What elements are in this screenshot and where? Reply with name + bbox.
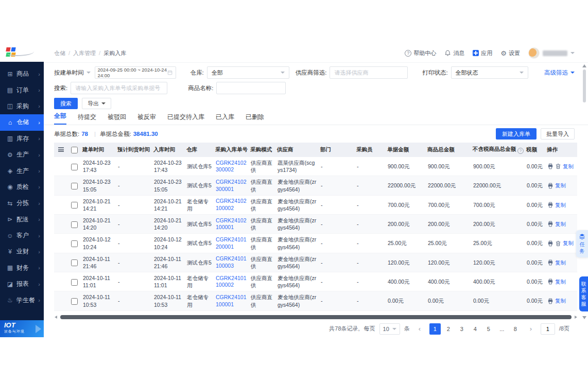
export-button[interactable]: 导出 (82, 98, 111, 109)
search-button[interactable]: 搜索 (54, 98, 78, 109)
user-menu[interactable] (528, 47, 575, 59)
sidebar-item[interactable]: ☺ 客户 › (0, 228, 44, 244)
status-tab[interactable]: 已入库 (216, 113, 234, 125)
status-tab[interactable]: 待提交 (78, 113, 96, 125)
row-checkbox[interactable] (71, 259, 78, 266)
row-checkbox[interactable] (71, 164, 78, 170)
sidebar-item[interactable]: ◈ 生产 › (0, 163, 44, 179)
apps-button[interactable]: 应用 (473, 49, 492, 57)
print-icon[interactable] (547, 279, 554, 285)
order-no-link[interactable]: CGRK24101100003 (216, 255, 247, 269)
scroll-right-icon[interactable] (575, 316, 577, 319)
copy-link[interactable]: 复制 (555, 220, 566, 228)
copy-link[interactable]: 复制 (555, 201, 566, 209)
col-dept: 部门 (319, 143, 355, 157)
status-tab[interactable]: 已删除 (246, 113, 264, 125)
page-button[interactable]: 3 (456, 323, 468, 335)
copy-link[interactable]: 复制 (563, 163, 574, 170)
print-icon[interactable] (547, 259, 554, 266)
sidebar-item[interactable]: ▤ 订单 › (0, 82, 44, 98)
sidebar-item[interactable]: ♨ 学生餐 › (0, 292, 44, 308)
copy-link[interactable]: 复制 (563, 239, 574, 247)
print-icon[interactable] (547, 163, 554, 169)
sidebar-item[interactable]: ⊳ 配送 › (0, 212, 44, 228)
print-icon[interactable] (547, 221, 554, 227)
date-range-picker[interactable]: 2024-09-25 00:00 ~ 2024-10-24 24:00 (95, 66, 176, 79)
vertical-scrollbar-thumb[interactable] (583, 70, 586, 102)
new-inbound-button[interactable]: 新建入库单 (496, 128, 537, 140)
page-button[interactable]: 5 (483, 323, 494, 335)
row-checkbox[interactable] (71, 183, 78, 189)
breadcrumb-item[interactable]: 采购入库 (103, 49, 126, 57)
print-icon[interactable] (547, 298, 554, 304)
info-icon[interactable]: ? (517, 148, 524, 154)
sidebar-item[interactable]: ▥ 库存 › (0, 131, 44, 147)
status-tab[interactable]: 全部 (54, 112, 66, 125)
order-no-link[interactable]: CGRK24101000005 (216, 313, 247, 314)
breadcrumb-item[interactable]: 仓储 (54, 49, 65, 57)
sidebar-item[interactable]: ▦ 财务 › (0, 260, 44, 276)
sidebar-item[interactable]: ¥ 业财 › (0, 244, 44, 259)
status-tab[interactable]: 被反审 (137, 113, 156, 125)
sidebar-item[interactable]: ⇆ 分拣 › (0, 195, 44, 211)
sidebar-item[interactable]: ◫ 采购 › (0, 98, 44, 114)
print-icon[interactable] (547, 202, 554, 208)
delete-icon[interactable] (555, 240, 561, 247)
delete-icon[interactable] (555, 163, 561, 169)
settings-button[interactable]: ⚙ 设置 (500, 49, 520, 57)
status-tab[interactable]: 已提交待入库 (167, 113, 204, 125)
page-button[interactable]: 2 (443, 323, 454, 335)
status-tab[interactable]: 被驳回 (108, 113, 126, 125)
page-button[interactable]: 1 (429, 323, 441, 335)
sidebar-item[interactable]: ⊞ 商品 › (0, 66, 44, 82)
copy-link[interactable]: 复制 (555, 259, 566, 266)
date-type-select[interactable]: 按建单时间 (54, 69, 91, 77)
batch-import-button[interactable]: 批量导入 (541, 128, 575, 140)
scroll-down-icon[interactable] (582, 316, 586, 319)
order-no-link[interactable]: CGRK24101200001 (216, 236, 247, 250)
next-page-button[interactable]: › (525, 323, 537, 335)
sidebar-item[interactable]: ◪ 报表 › (0, 276, 44, 292)
page-button[interactable]: ... (496, 323, 508, 335)
product-name-input[interactable] (216, 82, 286, 94)
row-checkbox[interactable] (71, 221, 78, 228)
breadcrumb-item[interactable]: 入库管理 (73, 49, 96, 57)
supplier-filter-input[interactable] (330, 66, 408, 79)
sidebar-item[interactable]: ◉ 质检 › (0, 179, 44, 195)
copy-link[interactable]: 复制 (555, 182, 566, 189)
sidebar-item[interactable]: ⌂ 仓储 › (0, 114, 44, 130)
print-status-select[interactable]: 全部状态 (451, 66, 528, 79)
rows-icon[interactable] (58, 147, 64, 152)
copy-link[interactable]: 复制 (555, 297, 566, 304)
page-button[interactable]: 4 (470, 323, 481, 335)
search-input[interactable] (71, 82, 167, 94)
advanced-filter-button[interactable]: 高级筛选 (544, 69, 575, 77)
page-jump-input[interactable] (541, 323, 555, 335)
scroll-up-icon[interactable] (582, 64, 586, 67)
order-no-link[interactable]: CGRK24102100001 (216, 217, 247, 231)
scroll-left-icon[interactable] (55, 316, 57, 319)
copy-link[interactable]: 复制 (555, 278, 566, 285)
per-page-select[interactable]: 10 (379, 323, 400, 335)
order-no-link[interactable]: CGRK24102300001 (216, 179, 247, 193)
select-all-checkbox[interactable] (71, 147, 78, 153)
print-icon[interactable] (547, 183, 554, 189)
sidebar-item[interactable]: ⚙ 生产 › (0, 147, 44, 163)
row-checkbox[interactable] (71, 298, 78, 305)
prev-page-button[interactable]: ‹ (414, 323, 425, 335)
horizontal-scrollbar-thumb[interactable] (60, 315, 572, 319)
messages-button[interactable]: 消息 (444, 49, 464, 57)
order-no-link[interactable]: CGRK24101100001 (216, 294, 247, 308)
print-icon[interactable] (547, 240, 554, 247)
order-no-link[interactable]: CGRK24102300002 (216, 160, 247, 173)
customer-service-button[interactable]: 联系客服 (579, 276, 588, 311)
order-no-link[interactable]: CGRK24102100002 (216, 198, 247, 212)
task-floating-button[interactable]: 任务 (576, 230, 588, 257)
warehouse-select[interactable]: 全部 (207, 66, 289, 79)
order-no-link[interactable]: CGRK24101100002 (216, 275, 247, 289)
page-button[interactable]: 8 (510, 323, 521, 335)
row-checkbox[interactable] (71, 240, 78, 247)
row-checkbox[interactable] (71, 202, 78, 209)
row-checkbox[interactable] (71, 279, 78, 286)
help-center-button[interactable]: ? 帮助中心 (405, 49, 436, 57)
